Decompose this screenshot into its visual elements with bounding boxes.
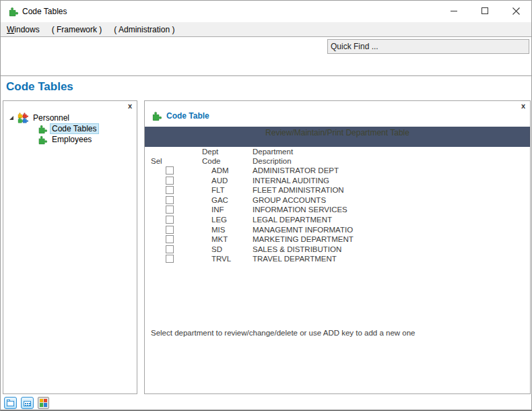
column-header-sel: Sel [151, 157, 162, 166]
column-header-department: Department [253, 148, 293, 156]
dept-description: INTERNAL AUDITING [253, 176, 329, 186]
table-row[interactable]: TRVL TRAVEL DEPARTMENT [145, 254, 530, 264]
table-row[interactable]: INF INFORMATION SERVICES [145, 205, 530, 215]
app-window: Code Tables Windows ( Framework ) ( Admi… [0, 0, 532, 411]
color-quadrant [40, 399, 43, 403]
app-icon [7, 6, 18, 17]
dept-description: LEGAL DEPARTMENT [253, 215, 332, 225]
tree-node-code-tables[interactable]: Code Tables [3, 123, 137, 134]
maximize-icon [481, 7, 488, 14]
column-header-dept: Dept [202, 148, 218, 156]
minimize-button[interactable] [438, 1, 469, 21]
row-checkbox[interactable] [166, 205, 174, 214]
form-dots-glyph [25, 403, 26, 404]
row-checkbox[interactable] [166, 245, 174, 253]
tree-node-employees[interactable]: Employees [3, 134, 137, 145]
tree-node-label: Code Tables [50, 123, 99, 134]
colored-window-icon[interactable] [38, 397, 49, 409]
row-checkbox[interactable] [166, 255, 174, 263]
dept-description: FLEET ADMINISTRATION [253, 185, 344, 195]
form-fields-icon[interactable] [21, 397, 34, 409]
row-checkbox[interactable] [166, 166, 174, 175]
department-table: ADM ADMINISTRATOR DEPT AUD INTERNAL AUDI… [145, 166, 530, 264]
table-row[interactable]: MKT MARKETING DEPARTMENT [145, 234, 530, 245]
column-header-code: Code [202, 157, 221, 166]
dept-code: TRVL [211, 254, 231, 264]
minimize-icon [451, 11, 457, 11]
folder-puzzle-multicolor-icon [18, 113, 28, 123]
page-title: Code Tables [6, 80, 73, 94]
code-table-panel: x Code Table Review/Maintain/Print Depar… [144, 100, 531, 394]
panel-header: Code Table [151, 110, 209, 121]
row-checkbox[interactable] [166, 216, 174, 224]
table-row[interactable]: MIS MANAGEMNT INFORMATIO [145, 225, 530, 235]
dept-code: SD [211, 245, 222, 255]
dept-code: ADM [211, 166, 229, 176]
quick-find-input[interactable] [327, 39, 529, 54]
navigation-tree-panel: x Personnel Code Tables [3, 100, 137, 394]
dept-code: MIS [211, 225, 225, 235]
dept-description: MARKETING DEPARTMENT [253, 234, 354, 245]
panel-close-icon[interactable]: x [521, 102, 525, 110]
row-checkbox[interactable] [166, 235, 174, 243]
tree-node-label: Personnel [31, 113, 71, 123]
dept-code: LEG [211, 215, 227, 225]
dept-description: TRAVEL DEPARTMENT [253, 254, 337, 264]
table-row[interactable]: ADM ADMINISTRATOR DEPT [145, 166, 530, 176]
menu-administration[interactable]: ( Administration ) [114, 25, 174, 34]
dept-description: MANAGEMNT INFORMATIO [253, 225, 353, 235]
status-bar [1, 395, 531, 410]
puzzle-icon [37, 124, 47, 134]
dept-description: ADMINISTRATOR DEPT [253, 166, 339, 176]
tree-node-personnel[interactable]: Personnel [3, 113, 137, 123]
menu-bar: Windows ( Framework ) ( Administration ) [1, 22, 531, 37]
close-icon [512, 7, 520, 15]
window-title: Code Tables [22, 7, 67, 16]
menu-framework[interactable]: ( Framework ) [52, 25, 102, 34]
row-checkbox[interactable] [166, 226, 174, 234]
navigation-tree: Personnel Code Tables Employees [3, 113, 137, 145]
tree-panel-close-icon[interactable]: x [128, 102, 132, 110]
table-row[interactable]: FLT FLEET ADMINISTRATION [145, 185, 530, 195]
toolbar [1, 38, 531, 76]
tree-node-label: Employees [50, 134, 94, 145]
color-quadrant [44, 403, 47, 407]
menu-windows[interactable]: Windows [7, 25, 40, 34]
panel-title: Code Table [166, 111, 209, 121]
close-button[interactable] [500, 1, 531, 21]
window-controls [438, 1, 531, 21]
expander-icon[interactable] [9, 116, 13, 120]
instruction-text: Select department to review/change/delet… [151, 329, 415, 337]
dept-code: INF [211, 205, 224, 215]
table-row[interactable]: GAC GROUP ACCOUNTS [145, 195, 530, 205]
puzzle-icon [151, 110, 162, 121]
dept-code: GAC [211, 195, 228, 205]
row-checkbox[interactable] [166, 186, 174, 194]
screen-title-banner: Review/Maintain/Print Department Table [145, 127, 530, 147]
column-header-description: Description [253, 157, 292, 166]
dept-description: SALES & DISTRIBUTION [253, 245, 341, 255]
maximize-button[interactable] [469, 1, 500, 21]
window-pane-glyph [7, 401, 14, 406]
window-preview-icon[interactable] [4, 397, 17, 409]
table-row[interactable]: SD SALES & DISTRIBUTION [145, 245, 530, 255]
row-checkbox[interactable] [166, 177, 174, 185]
dept-code: FLT [211, 185, 225, 195]
title-bar: Code Tables [1, 1, 531, 22]
table-row[interactable]: AUD INTERNAL AUDITING [145, 176, 530, 186]
row-checkbox[interactable] [166, 196, 174, 204]
color-quadrant [44, 399, 47, 403]
dept-description: GROUP ACCOUNTS [253, 195, 326, 205]
color-quadrant [40, 403, 43, 407]
table-row[interactable]: LEG LEGAL DEPARTMENT [145, 215, 530, 225]
dept-code: AUD [211, 176, 228, 186]
dept-description: INFORMATION SERVICES [253, 205, 347, 215]
dept-code: MKT [211, 234, 228, 245]
puzzle-icon [37, 135, 47, 145]
